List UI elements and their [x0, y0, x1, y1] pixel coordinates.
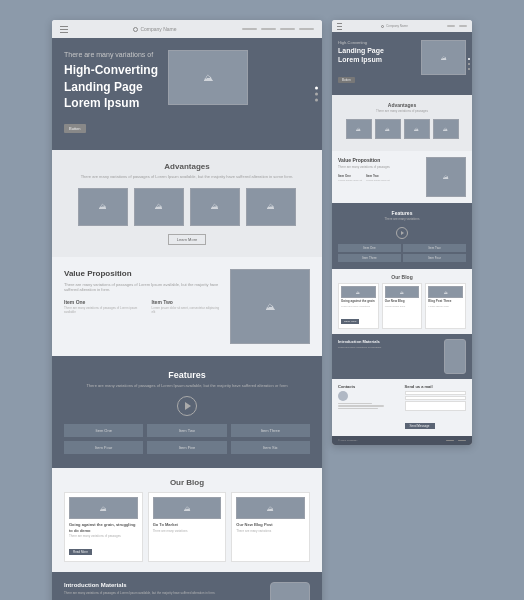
read-more-button[interactable]: Read More	[341, 319, 359, 324]
intro-title: Introduction Materials	[64, 582, 262, 588]
contact-email-input[interactable]	[405, 396, 467, 400]
scroll-dot	[315, 99, 318, 102]
image-icon: ⛰	[443, 174, 449, 180]
footer-links	[446, 440, 466, 441]
contact-name-input[interactable]	[405, 391, 467, 395]
right-footer: © 2024 Company	[332, 436, 472, 445]
footer-copyright: © 2024 Company	[338, 439, 358, 442]
blog-card-text: Lorem ipsum dolor	[385, 305, 420, 308]
image-icon: ⛰	[267, 505, 274, 512]
hero-text: There are many variations of High-Conver…	[64, 50, 158, 134]
hero-button[interactable]: Button	[64, 124, 86, 133]
scroll-dot	[315, 93, 318, 96]
value-item-desc: Lorem ipsum dolor sit	[338, 179, 362, 182]
advantage-image: ⛰	[190, 188, 240, 226]
play-button[interactable]	[177, 396, 197, 416]
intro-text: There are many variations of passages	[338, 346, 439, 349]
left-nav: Company Name	[52, 20, 322, 38]
blog-card-3: ⛰ Blog Post Three Lorem ipsum dolor	[425, 283, 466, 329]
blog-card-title: Going against the grain	[341, 300, 376, 304]
blog-card-text: There are many variations	[153, 530, 222, 534]
image-icon: ⛰	[155, 202, 163, 211]
image-icon: ⛰	[414, 126, 419, 132]
right-hero: High-Converting Landing PageLorem Ipsum …	[332, 32, 472, 95]
advantage-image: ⛰	[346, 119, 372, 139]
blog-card-1: ⛰ Going against the grain There are many…	[338, 283, 379, 329]
advantages-grid: ⛰ ⛰ ⛰ ⛰	[64, 188, 310, 226]
contact-form-title: Send us a mail	[405, 384, 467, 389]
image-icon: ⛰	[203, 72, 213, 83]
left-intro: Introduction Materials There are many va…	[52, 572, 322, 600]
advantages-title: Advantages	[64, 162, 310, 171]
nav-link[interactable]	[242, 28, 257, 30]
play-button[interactable]	[396, 227, 408, 239]
value-image: ⛰	[426, 157, 466, 197]
features-grid: Item One Item Two Item Three Item Four I…	[64, 424, 310, 454]
blog-image: ⛰	[69, 497, 138, 519]
blog-card-1: ⛰ Going against the grain, struggling to…	[64, 492, 143, 561]
phone-mockup	[444, 339, 466, 374]
image-icon: ⛰	[400, 290, 404, 295]
blog-image: ⛰	[236, 497, 305, 519]
feature-item-4: Item Four	[403, 254, 466, 262]
value-item-title: Item One	[64, 299, 146, 305]
footer-link[interactable]	[458, 440, 466, 441]
image-icon: ⛰	[100, 505, 107, 512]
nav-link[interactable]	[447, 25, 455, 27]
value-item-2: Item Two Lorem ipsum dolor sit amet, con…	[152, 299, 220, 315]
feature-item-2: Item Two	[403, 244, 466, 252]
value-item-1: Item One There are many variations of pa…	[64, 299, 146, 315]
right-intro: Introduction Materials There are many va…	[332, 334, 472, 379]
features-title: Features	[64, 370, 310, 380]
image-icon: ⛰	[441, 55, 447, 61]
feature-item-5: Item Five	[147, 441, 226, 454]
blog-card-title: Our New Blog	[385, 300, 420, 304]
contact-form: Send us a mail Send Message	[405, 384, 467, 431]
phone-mockup: 📱	[270, 582, 310, 600]
footer-link[interactable]	[446, 440, 454, 441]
blog-image: ⛰	[153, 497, 222, 519]
intro-text-block: Introduction Materials There are many va…	[338, 339, 439, 349]
contact-message-input[interactable]	[405, 401, 467, 411]
blog-card-text: There are many variations of passages	[69, 535, 138, 539]
value-items: Item One Lorem ipsum dolor sit Item Two …	[338, 174, 421, 182]
hamburger-icon[interactable]	[60, 26, 68, 33]
value-title: Value Proposition	[64, 269, 220, 278]
advantage-image: ⛰	[433, 119, 459, 139]
left-blog: Our Blog ⛰ Going against the grain, stru…	[52, 468, 322, 571]
blog-card-title: Blog Post Three	[428, 300, 463, 304]
advantage-image: ⛰	[404, 119, 430, 139]
feature-item-1: Item One	[64, 424, 143, 437]
value-item-title: Item Two	[366, 174, 390, 178]
submit-button[interactable]: Send Message	[405, 423, 435, 429]
advantages-grid: ⛰ ⛰ ⛰ ⛰	[338, 119, 466, 139]
scroll-dot	[468, 63, 470, 65]
nav-link[interactable]	[299, 28, 314, 30]
nav-link[interactable]	[261, 28, 276, 30]
blog-card-text: There are many variations	[236, 530, 305, 534]
learn-more-button[interactable]: Learn More	[168, 234, 206, 245]
blog-title: Our Blog	[338, 274, 466, 280]
left-features: Features There are many variations of pa…	[52, 356, 322, 469]
image-icon: ⛰	[267, 202, 275, 211]
features-subtitle: There are many variations	[338, 218, 466, 222]
intro-text-block: Introduction Materials There are many va…	[64, 582, 262, 595]
intro-title: Introduction Materials	[338, 339, 439, 344]
hamburger-icon[interactable]	[337, 23, 342, 30]
blog-card-title: Going against the grain, struggling to d…	[69, 522, 138, 532]
nav-link[interactable]	[459, 25, 467, 27]
hero-button[interactable]: Button	[338, 77, 355, 83]
advantage-image: ⛰	[375, 119, 401, 139]
logo-icon	[133, 27, 138, 32]
blog-card-title: Go To Market	[153, 522, 222, 527]
feature-item-1: Item One	[338, 244, 401, 252]
advantage-image: ⛰	[78, 188, 128, 226]
read-more-button[interactable]: Read More	[69, 549, 92, 555]
advantage-image: ⛰	[246, 188, 296, 226]
blog-cards: ⛰ Going against the grain, struggling to…	[64, 492, 310, 561]
hero-title: High-ConvertingLanding PageLorem Ipsum	[64, 62, 158, 112]
value-item-1: Item One Lorem ipsum dolor sit	[338, 174, 362, 182]
right-advantages: Advantages There are many variations of …	[332, 95, 472, 151]
nav-link[interactable]	[280, 28, 295, 30]
blog-card-text: Lorem ipsum dolor	[428, 305, 463, 308]
